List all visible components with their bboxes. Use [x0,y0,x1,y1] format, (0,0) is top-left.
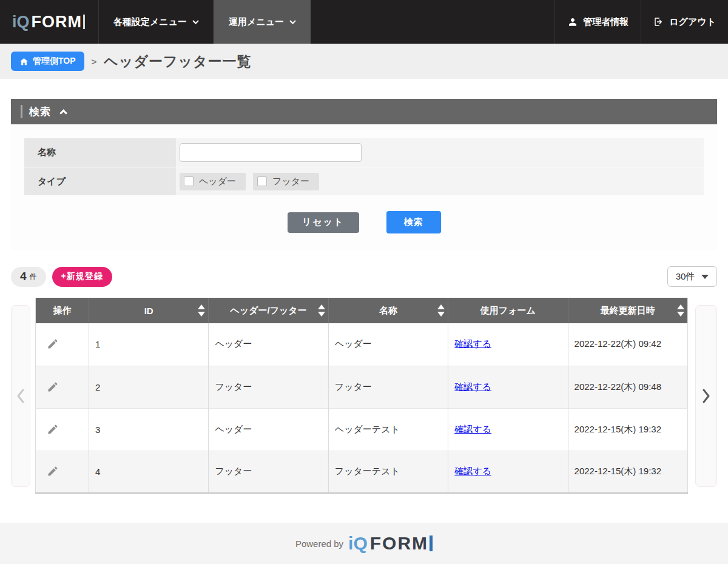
name-field-label: 名称 [24,138,176,167]
cell-name: フッターテスト [328,451,448,493]
header-footer-table: 操作 ID ヘッダー/フッター 名称 使用フォーム 最終更新日時 [35,298,688,494]
cell-id: 2 [89,366,209,408]
search-panel-header[interactable]: 検索 [11,99,717,124]
cell-id: 4 [89,451,209,493]
home-icon [19,57,29,66]
table-header-row: 操作 ID ヘッダー/フッター 名称 使用フォーム 最終更新日時 [36,298,688,323]
cell-updated: 2022-12-15(木) 19:32 [568,408,687,451]
search-form: 名称 タイプ ヘッダー フッター [24,138,704,195]
footer-logo-bar [430,535,433,551]
form-row-type: タイプ ヘッダー フッター [24,167,704,195]
cell-name: ヘッダー [328,323,448,366]
logo-form-text: FORM [32,13,82,32]
logout-label: ログアウト [669,16,716,28]
col-operation: 操作 [36,298,89,323]
col-last-updated[interactable]: 最終更新日時 [568,298,687,323]
table-wrap: 操作 ID ヘッダー/フッター 名称 使用フォーム 最終更新日時 [35,298,688,494]
type-checkbox-header[interactable]: ヘッダー [180,173,246,190]
edit-button[interactable] [46,337,60,351]
edit-button[interactable] [46,422,60,437]
navbar-right: 管理者情報 ログアウト [554,0,728,44]
list-controls-left: 4 件 +新規登録 [11,267,112,287]
search-button[interactable]: 検索 [386,211,441,233]
footer-logo-form: FORM [370,533,428,554]
scroll-right-button[interactable] [695,305,717,487]
breadcrumb: 管理側TOP > ヘッダーフッター一覧 [0,44,728,79]
cell-type: ヘッダー [209,408,328,451]
sort-arrows-icon[interactable] [437,304,445,317]
form-row-name: 名称 [24,138,704,167]
confirm-forms-link[interactable]: 確認する [454,338,491,349]
cell-id: 1 [89,323,209,366]
pencil-icon [47,465,59,477]
menu-operations[interactable]: 運用メニュー [214,0,311,44]
breadcrumb-separator: > [92,56,97,67]
confirm-forms-link[interactable]: 確認する [454,424,491,434]
checkbox-icon[interactable] [257,176,267,186]
cell-updated: 2022-12-22(木) 09:48 [568,366,687,408]
admin-top-button[interactable]: 管理側TOP [11,52,84,71]
page-footer: Powered by iQ FORM [0,523,728,564]
page-size-select[interactable]: 30件 [667,266,717,287]
logo-iq-text: iQ [12,13,30,32]
admin-info-label: 管理者情報 [583,16,629,28]
search-panel-title: 検索 [29,105,51,119]
scroll-left-button[interactable] [11,305,30,487]
top-navbar: iQ FORM 各種設定メニュー 運用メニュー 管理者情報 ログアウト [0,0,728,44]
confirm-forms-link[interactable]: 確認する [454,466,491,476]
result-count-unit: 件 [30,272,37,282]
table-row: 4 フッター フッターテスト 確認する 2022-12-15(木) 19:32 [36,451,688,493]
chevron-left-icon [16,388,25,404]
new-registration-button[interactable]: +新規登録 [52,267,112,287]
app-logo[interactable]: iQ FORM [0,0,98,44]
menu-settings[interactable]: 各種設定メニュー [98,0,214,44]
footer-logo: iQ FORM [348,533,433,554]
col-used-forms: 使用フォーム [448,298,568,323]
cell-id: 3 [89,408,209,451]
confirm-forms-link[interactable]: 確認する [454,381,491,392]
search-panel: 検索 名称 タイプ ヘッダー [11,99,717,250]
reset-button[interactable]: リセット [288,212,359,233]
pencil-icon [47,423,59,435]
table-row: 1 ヘッダー ヘッダー 確認する 2022-12-22(木) 09:42 [36,323,688,366]
table-zone: 操作 ID ヘッダー/フッター 名称 使用フォーム 最終更新日時 [11,298,717,494]
type-field-label: タイプ [24,167,176,195]
chevron-up-icon [59,109,67,117]
page-title: ヘッダーフッター一覧 [104,52,251,71]
pencil-icon [47,338,59,350]
pencil-icon [47,381,59,393]
cell-updated: 2022-12-15(木) 19:32 [568,451,687,493]
edit-button[interactable] [46,380,60,394]
caret-down-icon [701,275,709,279]
cell-name: ヘッダーテスト [328,408,448,451]
chevron-right-icon [701,388,711,404]
col-id[interactable]: ID [89,298,209,323]
menu-settings-label: 各種設定メニュー [113,16,187,28]
search-buttons: リセット 検索 [24,211,704,233]
main-content: 検索 名称 タイプ ヘッダー [0,79,728,523]
sort-arrows-icon[interactable] [677,304,684,317]
result-count-badge: 4 件 [11,267,46,287]
cell-type: フッター [209,366,328,408]
type-checkbox-footer[interactable]: フッター [253,173,319,190]
cell-updated: 2022-12-22(木) 09:42 [568,323,687,366]
footer-logo-iq: iQ [348,533,368,554]
panel-accent-bar [21,105,22,118]
sort-arrows-icon[interactable] [318,304,325,317]
page-size-value: 30件 [676,271,695,283]
admin-top-label: 管理側TOP [33,56,76,67]
logout-button[interactable]: ログアウト [641,0,728,44]
sort-arrows-icon[interactable] [198,304,205,317]
edit-button[interactable] [46,464,60,478]
chevron-down-icon [192,20,199,24]
table-row: 3 ヘッダー ヘッダーテスト 確認する 2022-12-15(木) 19:32 [36,408,688,451]
col-type[interactable]: ヘッダー/フッター [209,298,328,323]
name-search-input[interactable] [180,143,362,162]
person-icon [567,16,578,27]
checkbox-icon[interactable] [184,176,194,186]
cell-name: フッター [328,366,448,408]
col-name[interactable]: 名称 [328,298,448,323]
table-row: 2 フッター フッター 確認する 2022-12-22(木) 09:48 [36,366,688,408]
admin-info-button[interactable]: 管理者情報 [554,0,641,44]
list-controls: 4 件 +新規登録 30件 [11,266,717,287]
